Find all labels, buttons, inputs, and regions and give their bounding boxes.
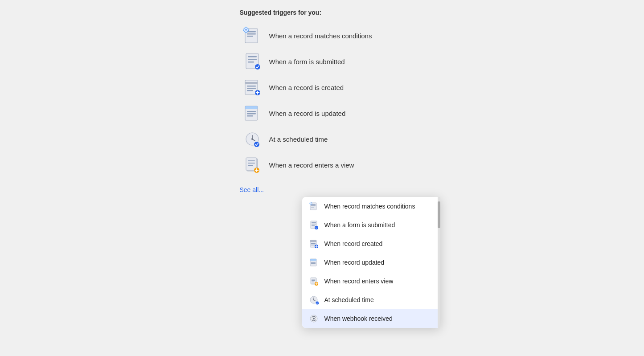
trigger-item-record-enters-view[interactable]: When a record enters a view	[240, 152, 463, 177]
trigger-item-record-created[interactable]: When a record is created	[240, 75, 463, 100]
dd-form-submitted-icon	[309, 220, 319, 230]
svg-rect-14	[247, 86, 256, 87]
trigger-list: When a record matches conditions When a	[240, 23, 463, 177]
record-matches-icon	[243, 26, 263, 45]
svg-point-28	[251, 138, 253, 140]
svg-rect-8	[248, 56, 257, 57]
svg-rect-10	[248, 61, 254, 63]
dd-record-matches-icon	[309, 201, 319, 211]
form-submitted-icon	[243, 52, 263, 71]
svg-rect-32	[248, 160, 255, 161]
svg-rect-34	[248, 165, 253, 166]
svg-rect-21	[245, 106, 258, 109]
dd-record-created-icon	[309, 239, 319, 249]
svg-rect-51	[311, 245, 316, 246]
trigger-label-record-updated: When a record is updated	[269, 110, 346, 117]
dd-item-label-webhook: When webhook received	[324, 315, 393, 322]
see-all-button[interactable]: See all...	[240, 184, 264, 195]
svg-rect-57	[311, 262, 316, 263]
svg-rect-24	[247, 115, 253, 117]
dd-item-label-record-enters-view: When record enters view	[324, 278, 394, 285]
scrollbar-thumb	[438, 201, 440, 228]
dd-item-label-record-updated: When record updated	[324, 259, 385, 266]
dd-record-updated-icon	[309, 258, 319, 267]
dd-item-label-form-submitted: When a form is submitted	[324, 221, 395, 229]
svg-rect-16	[247, 90, 253, 91]
svg-rect-58	[311, 263, 316, 264]
dropdown-scrollbar[interactable]	[438, 197, 440, 328]
dd-item-record-enters-view[interactable]: When record enters view	[302, 272, 440, 291]
svg-rect-50	[311, 243, 316, 244]
svg-rect-39	[311, 204, 316, 205]
svg-rect-1	[247, 31, 256, 33]
dd-item-webhook[interactable]: When webhook received	[302, 309, 440, 328]
record-updated-icon	[243, 103, 263, 123]
dd-item-record-created[interactable]: When record created	[302, 234, 440, 253]
svg-rect-23	[247, 113, 256, 115]
svg-rect-13	[245, 82, 258, 84]
svg-rect-9	[248, 59, 257, 60]
record-enters-view-icon	[243, 155, 263, 175]
svg-rect-49	[310, 240, 316, 242]
svg-rect-45	[312, 224, 316, 225]
svg-rect-22	[247, 111, 256, 112]
svg-rect-56	[310, 259, 316, 261]
trigger-item-form-submitted[interactable]: When a form is submitted	[240, 49, 463, 74]
svg-point-47	[315, 226, 318, 229]
trigger-label-record-enters-view: When a record enters a view	[269, 161, 354, 169]
svg-rect-46	[312, 225, 315, 226]
trigger-label-record-created: When a record is created	[269, 84, 344, 91]
dd-item-label-scheduled-time: At scheduled time	[324, 296, 374, 303]
dropdown-container: When record matches conditions When a fo…	[302, 197, 440, 328]
svg-rect-2	[247, 33, 256, 35]
dd-record-enters-view-icon	[309, 276, 319, 286]
svg-rect-63	[312, 282, 314, 282]
svg-rect-62	[312, 280, 315, 281]
dd-scheduled-time-icon	[309, 295, 319, 305]
svg-rect-33	[248, 163, 255, 164]
scheduled-time-icon	[243, 129, 263, 149]
dd-item-scheduled-time[interactable]: At scheduled time	[302, 291, 440, 309]
trigger-label-scheduled-time: At a scheduled time	[269, 135, 328, 143]
dd-item-label-record-created: When record created	[324, 240, 383, 247]
dd-item-record-updated[interactable]: When record updated	[302, 253, 440, 272]
trigger-item-record-updated[interactable]: When a record is updated	[240, 101, 463, 126]
section-title: Suggested triggers for you:	[240, 9, 322, 16]
trigger-item-record-matches[interactable]: When a record matches conditions	[240, 23, 463, 48]
trigger-label-form-submitted: When a form is submitted	[269, 58, 345, 65]
svg-rect-40	[311, 205, 316, 206]
svg-rect-3	[247, 36, 253, 37]
dd-item-record-matches[interactable]: When record matches conditions	[302, 197, 440, 216]
svg-rect-44	[312, 222, 316, 223]
trigger-item-scheduled-time[interactable]: At a scheduled time	[240, 127, 463, 151]
dropdown-menu: When record matches conditions When a fo…	[302, 197, 440, 328]
dd-item-form-submitted[interactable]: When a form is submitted	[302, 216, 440, 234]
dd-webhook-icon	[309, 314, 319, 323]
svg-point-70	[313, 299, 314, 300]
dd-item-label-record-matches: When record matches conditions	[324, 203, 415, 210]
svg-rect-41	[311, 207, 314, 208]
record-created-icon	[243, 78, 263, 97]
trigger-label-record-matches: When a record matches conditions	[269, 32, 372, 40]
svg-rect-61	[312, 279, 315, 279]
svg-point-73	[313, 318, 315, 319]
svg-rect-15	[247, 88, 256, 89]
